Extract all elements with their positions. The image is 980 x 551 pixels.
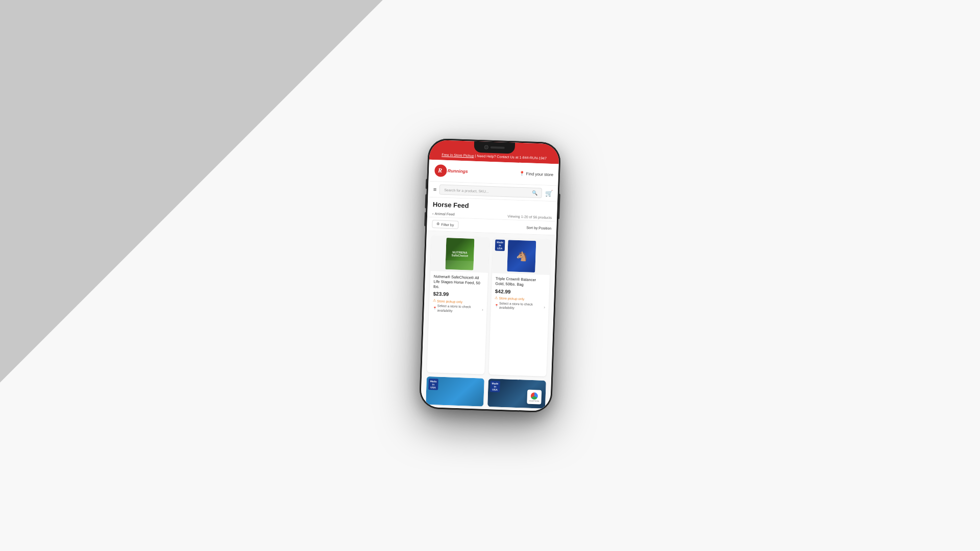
product-img-placeholder-1: NUTRENASafeChoice <box>445 238 474 270</box>
hamburger-menu-icon[interactable]: ≡ <box>433 186 437 192</box>
contact-text: | Need Help? Contact Us at 1-844-RUN-194… <box>475 154 547 160</box>
select-store-row-1[interactable]: 📍 Select a store to check availability › <box>432 304 483 314</box>
product-card-4-partial[interactable]: MadeinUSA reCAPTCHA <box>487 379 546 409</box>
product-img-placeholder-2: 🐴 <box>507 240 536 272</box>
product-grid: NUTRENASafeChoice Nutrena® SafeChoice® A… <box>422 231 556 381</box>
search-input[interactable]: Search for a product, SKU... <box>444 188 530 194</box>
warning-icon-1: ⚠ <box>433 298 436 303</box>
made-in-usa-badge-4: MadeinUSA <box>490 381 500 392</box>
made-in-usa-badge-3: MadeinUSA <box>428 379 438 390</box>
volume-down-button <box>424 212 426 226</box>
filter-button[interactable]: ⚙ Filter by <box>432 220 458 229</box>
speaker <box>491 146 505 149</box>
search-icon[interactable]: 🔍 <box>532 190 537 195</box>
location-icon: 📍 <box>519 171 524 176</box>
store-pickup-text-1: Store pickup only <box>437 299 462 304</box>
select-store-text-2: Select a store to check availability <box>499 301 543 311</box>
breadcrumb-text: Animal Feed <box>434 212 455 216</box>
phone-screen: Free in Store Pickup | Need Help? Contac… <box>421 140 559 412</box>
sort-by-label[interactable]: Sort by:Position <box>526 226 551 230</box>
select-store-row-2[interactable]: 📍 Select a store to check availability › <box>495 301 546 311</box>
cart-icon[interactable]: 🛒 <box>545 190 552 197</box>
product-price-1: $23.99 <box>433 291 483 298</box>
app-content: Free in Store Pickup | Need Help? Contac… <box>421 140 559 412</box>
free-pickup-link[interactable]: Free in Store Pickup <box>442 153 474 158</box>
pin-icon-1: 📍 <box>433 306 436 310</box>
product-price-2: $42.99 <box>495 288 546 295</box>
product-name-2: Triple Crown® Balancer Gold, 50lbs. Bag <box>495 276 546 288</box>
breadcrumb-link[interactable]: ‹ Animal Feed <box>432 212 455 216</box>
product-image-2: MadeinUSA 🐴 <box>492 237 551 275</box>
phone-wrapper: Free in Store Pickup | Need Help? Contac… <box>419 138 561 413</box>
phone-frame: Free in Store Pickup | Need Help? Contac… <box>419 138 561 413</box>
front-camera <box>484 145 488 149</box>
filter-icon: ⚙ <box>436 222 439 226</box>
find-store[interactable]: 📍 Find your store <box>519 171 553 177</box>
product-card-1[interactable]: NUTRENASafeChoice Nutrena® SafeChoice® A… <box>427 235 489 374</box>
horse-figure: 🐴 <box>516 251 527 262</box>
silent-button <box>426 179 428 189</box>
product-name-1: Nutrena® SafeChoice® All Life Stages Hor… <box>433 274 484 291</box>
search-input-wrapper[interactable]: Search for a product, SKU... 🔍 <box>439 185 542 198</box>
breadcrumb-chevron: ‹ <box>432 212 434 215</box>
product-img-green: NUTRENASafeChoice <box>445 238 474 270</box>
product-info-2: Triple Crown® Balancer Gold, 50lbs. Bag … <box>491 273 550 314</box>
arrow-icon-1: › <box>482 308 483 312</box>
arrow-icon-2: › <box>544 305 545 309</box>
product-image-1: NUTRENASafeChoice <box>430 235 489 273</box>
product-card-3-partial[interactable]: MadeinUSA <box>426 377 484 407</box>
recaptcha-badge: reCAPTCHA <box>527 390 542 405</box>
warning-icon-2: ⚠ <box>495 296 498 300</box>
viewing-count: Viewing 1-20 of 56 products <box>507 214 552 219</box>
product-card-2[interactable]: MadeinUSA 🐴 Triple Crown® Balancer Gold,… <box>488 237 551 377</box>
select-store-inner-1: 📍 Select a store to check availability <box>432 304 481 314</box>
made-in-usa-badge-2: MadeinUSA <box>495 239 505 251</box>
svg-text:Runnings: Runnings <box>448 168 468 174</box>
partial-product-row: MadeinUSA MadeinUSA r <box>421 376 551 411</box>
product-bag-label-1: NUTRENASafeChoice <box>451 251 468 257</box>
pin-icon-2: 📍 <box>495 304 498 307</box>
select-store-text-1: Select a store to check availability <box>437 304 481 314</box>
product-img-blue: 🐴 <box>507 240 536 272</box>
logo[interactable]: R Runnings <box>434 163 475 180</box>
recaptcha-inner: reCAPTCHA <box>529 392 540 402</box>
filter-label: Filter by <box>441 222 454 227</box>
runnings-logo-svg: R Runnings <box>434 163 475 180</box>
store-pickup-text-2: Store pickup only <box>499 296 524 301</box>
find-store-label: Find your store <box>526 171 553 177</box>
phone-notch <box>474 141 515 154</box>
recaptcha-logo <box>531 392 538 399</box>
recaptcha-text: reCAPTCHA <box>529 399 540 402</box>
partial-img-3: MadeinUSA <box>426 377 484 407</box>
product-info-1: Nutrena® SafeChoice® All Life Stages Hor… <box>429 271 488 317</box>
svg-text:R: R <box>437 167 442 174</box>
select-store-inner-2: 📍 Select a store to check availability <box>495 301 543 311</box>
volume-up-button <box>425 194 427 208</box>
